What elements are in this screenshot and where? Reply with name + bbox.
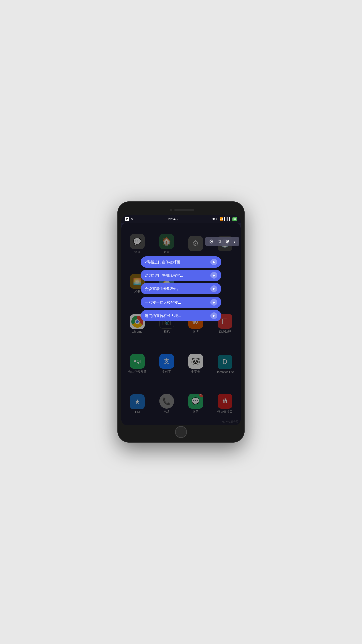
bluetooth-icon: ✱ — [212, 217, 215, 221]
status-bar: 2 N 22:45 ✱ ☾ 📶 ▍▍▍ 37 — [121, 215, 241, 223]
phone-frame: 2 N 22:45 ✱ ☾ 📶 ▍▍▍ 37 💬 短信 — [117, 201, 245, 443]
phone-screen: 2 N 22:45 ✱ ☾ 📶 ▍▍▍ 37 💬 短信 — [121, 215, 241, 425]
toolbar-more-btn[interactable]: › — [232, 238, 237, 245]
speaker — [174, 209, 194, 211]
voice-bubble-3[interactable]: 会议室墙面长5.2米，... ▶ — [141, 283, 221, 294]
play-btn-3[interactable]: ▶ — [210, 285, 217, 292]
battery-level: 37 — [232, 217, 237, 221]
toolbar-settings-btn[interactable]: ⚙ — [207, 238, 216, 245]
home-button[interactable] — [175, 426, 187, 438]
moon-icon: ☾ — [216, 217, 219, 221]
play-btn-4[interactable]: ▶ — [210, 299, 217, 306]
clock-display: 22:45 — [168, 217, 177, 221]
voice-text-1: 2号楼进门宣传栏对面... — [145, 260, 183, 265]
popup-toolbar[interactable]: ⚙ ⇅ ⊕ › — [205, 237, 239, 246]
voice-bubble-2[interactable]: 2号楼进门左侧现有宣... ▶ — [141, 270, 221, 281]
wifi-icon: 📶 — [220, 217, 223, 221]
play-btn-2[interactable]: ▶ — [210, 272, 217, 279]
phone-top-sensors — [121, 205, 241, 215]
voice-text-2: 2号楼进门左侧现有宣... — [145, 273, 183, 278]
status-right: ✱ ☾ 📶 ▍▍▍ 37 — [212, 217, 237, 221]
voice-text-4: 一号楼一楼大楼的楼... — [145, 300, 181, 305]
play-btn-5[interactable]: ▶ — [210, 312, 217, 319]
voice-bubble-4[interactable]: 一号楼一楼大楼的楼... ▶ — [141, 297, 221, 308]
voice-text-5: 进门的宣传栏长大概... — [145, 313, 181, 318]
toolbar-add-btn[interactable]: ⊕ — [224, 238, 232, 245]
notification-icon: N — [131, 217, 133, 221]
phone-bottom — [121, 425, 241, 439]
voice-bubble-1[interactable]: 2号楼进门宣传栏对面... ▶ — [141, 256, 221, 268]
voice-text-3: 会议室墙面长5.2米，... — [145, 286, 182, 291]
notification-count: 2 — [125, 217, 129, 221]
voice-bubble-5[interactable]: 进门的宣传栏长大概... ▶ — [141, 310, 221, 321]
toolbar-move-btn[interactable]: ⇅ — [216, 238, 224, 245]
voice-bubbles-container: 2号楼进门宣传栏对面... ▶ 2号楼进门左侧现有宣... ▶ 会议室墙面长5.… — [141, 256, 221, 321]
app-grid: 💬 短信 🏠 米家 ⚙ 🕙 — [121, 223, 241, 425]
play-btn-1[interactable]: ▶ — [210, 259, 217, 265]
status-left: 2 N — [125, 217, 133, 221]
front-camera — [170, 209, 172, 211]
dim-overlay — [121, 223, 241, 425]
signal-bars: ▍▍▍ — [224, 217, 231, 221]
